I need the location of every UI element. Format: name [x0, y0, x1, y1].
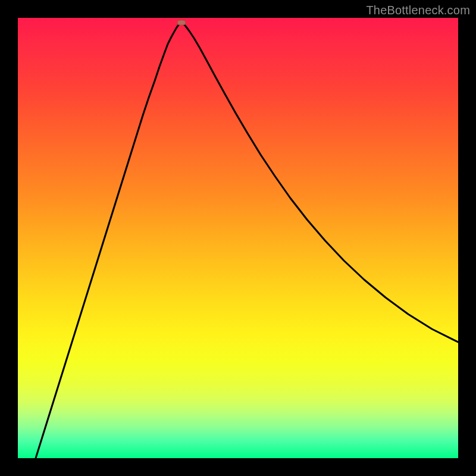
plot-area	[18, 18, 458, 458]
curve-svg	[18, 18, 458, 458]
minimum-marker	[177, 20, 186, 25]
chart-frame: TheBottleneck.com	[0, 0, 476, 476]
bottleneck-curve	[36, 23, 458, 458]
watermark-text: TheBottleneck.com	[366, 4, 470, 17]
